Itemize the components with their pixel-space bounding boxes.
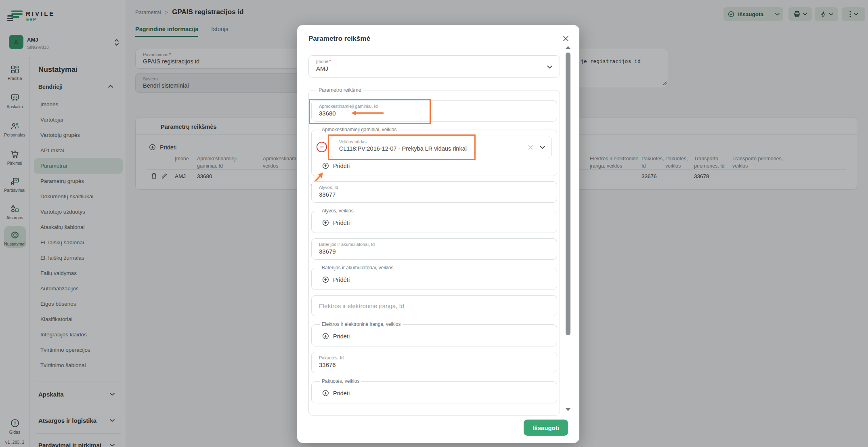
elektros-veiklos-group: Elektros ir elektroninė įranga, veiklos …: [311, 321, 557, 346]
group-legend: Elektros ir elektroninė įranga, veiklos: [320, 321, 403, 327]
parameter-value-fieldset: Parametro reikšmė Apmokestinamieji gamin…: [308, 87, 560, 416]
plus-circle-icon: [322, 162, 329, 169]
company-select[interactable]: Įmonė* AMJ: [308, 55, 560, 78]
field-placeholder: Elektros ir elektroninė įranga, Id: [319, 302, 404, 309]
group-legend: Apmokestinamieji gaminiai, veiklos: [320, 127, 398, 132]
plus-circle-icon: [322, 276, 329, 283]
apmok-gaminiai-veiklos-group: Apmokestinamieji gaminiai, veiklos Veikl…: [311, 127, 557, 176]
modal-scrollbar[interactable]: [565, 45, 571, 412]
app-root: RIVILE ERP A AMJ SINGVAI13 Pradžia: [0, 0, 868, 447]
clear-icon[interactable]: [528, 145, 533, 150]
add-veiklos-button[interactable]: Pridėti: [322, 390, 552, 397]
veiklos-budas-select[interactable]: Veiklos būdas CL118:PV:2016-12-07 - Prek…: [331, 136, 552, 158]
field-label: Pakuotės, Id: [319, 355, 549, 360]
add-label: Pridėti: [333, 390, 350, 397]
alyvos-veiklos-group: Alyvos, veiklos Pridėti: [311, 208, 557, 233]
chevron-down-icon: [547, 65, 552, 69]
field-value: 33676: [319, 361, 549, 368]
add-label: Pridėti: [333, 220, 350, 226]
close-icon[interactable]: [563, 36, 569, 42]
add-veiklos-button[interactable]: Pridėti: [322, 276, 552, 283]
field-label: Apmokestinamieji gaminiai, Id: [319, 104, 549, 109]
scroll-up-icon[interactable]: [565, 46, 571, 49]
scrollbar-thumb[interactable]: [566, 52, 570, 335]
field-label: Alyvos, Id: [319, 185, 549, 190]
add-veiklos-button[interactable]: Pridėti: [322, 333, 552, 340]
add-label: Pridėti: [333, 163, 350, 169]
required-asterisk: *: [329, 59, 331, 64]
company-value: AMJ: [316, 65, 552, 72]
chevron-down-icon: [540, 146, 545, 149]
pakuotes-veiklos-group: Pakuotės, veiklos Pridėti: [311, 378, 557, 403]
pakuotes-id-field[interactable]: Pakuotės, Id 33676: [311, 352, 557, 373]
group-legend: Pakuotės, veiklos: [320, 378, 361, 384]
apmok-gaminiai-id-field[interactable]: Apmokestinamieji gaminiai, Id 33680: [311, 100, 557, 122]
field-value: 33680: [319, 110, 549, 117]
group-legend: Baterijos ir akumuliatoriai, veiklos: [320, 265, 395, 271]
field-value: 33677: [319, 191, 549, 198]
alyvos-id-field[interactable]: Alyvos, Id 33677: [311, 181, 557, 203]
company-label: Įmonė: [316, 59, 329, 64]
parameter-value-modal: Parametro reikšmė Įmonė* AMJ Parametro r…: [297, 25, 579, 443]
add-veiklos-button[interactable]: Pridėti: [322, 162, 552, 169]
plus-circle-icon: [322, 390, 329, 397]
modal-title: Parametro reikšmė: [308, 35, 370, 43]
plus-circle-icon: [322, 219, 329, 226]
baterijos-id-field[interactable]: Baterijos ir akumuliatoriai, Id 33679: [311, 238, 557, 260]
field-value: 33679: [319, 248, 549, 255]
add-label: Pridėti: [333, 333, 350, 340]
group-legend: Alyvos, veiklos: [320, 208, 356, 214]
modal-body: Įmonė* AMJ Parametro reikšmė Apmokestina…: [297, 42, 579, 416]
remove-icon[interactable]: [317, 142, 327, 152]
scroll-down-icon[interactable]: [565, 408, 571, 411]
elektros-id-field[interactable]: Elektros ir elektroninė įranga, Id: [311, 295, 557, 316]
plus-circle-icon: [322, 333, 329, 340]
save-button[interactable]: Išsaugoti: [524, 420, 568, 436]
select-label: Veiklos būdas: [339, 139, 523, 144]
field-label: Baterijos ir akumuliatoriai, Id: [319, 242, 549, 247]
baterijos-veiklos-group: Baterijos ir akumuliatoriai, veiklos Pri…: [311, 265, 557, 290]
fieldset-legend: Parametro reikšmė: [316, 87, 364, 93]
add-veiklos-button[interactable]: Pridėti: [322, 219, 552, 226]
select-value: CL118:PV:2016-12-07 - Prekyba LR vidaus …: [339, 145, 523, 152]
add-label: Pridėti: [333, 277, 350, 283]
